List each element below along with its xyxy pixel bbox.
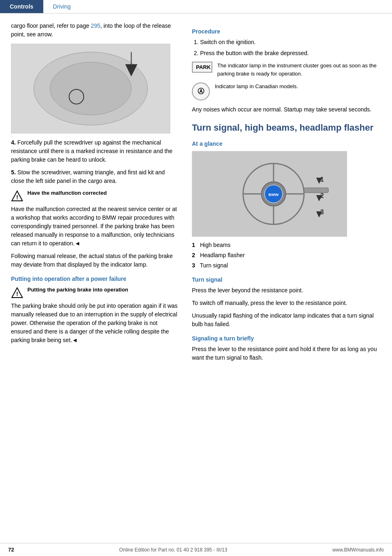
following-text: Following manual release, the actual sta… (11, 252, 180, 269)
page-number: 72 (8, 547, 14, 553)
park-indicator-box: PARK (192, 62, 212, 73)
intro-paragraph: cargo floor panel, refer to page 295, in… (11, 22, 180, 39)
circle-p-desc: Indicator lamp in Canadian models. (215, 82, 298, 91)
website: www.BMWmanuals.info (332, 547, 384, 553)
svg-point-2 (50, 62, 131, 115)
page-header: Controls Driving (0, 0, 392, 13)
warning1-body: Have the malfunction corrected at the ne… (11, 205, 180, 248)
turn-signal-text3: Unusually rapid flashing of the indicato… (192, 311, 384, 329)
any-noises-text: Any noises which occur are normal. Start… (192, 105, 384, 114)
header-driving-tab[interactable]: Driving (43, 0, 81, 13)
warning-triangle-icon: ! (11, 190, 23, 202)
procedure-steps: Switch on the ignition. Press the button… (200, 38, 384, 58)
main-content: cargo floor panel, refer to page 295, in… (0, 13, 392, 374)
warning-triangle-icon-2: ! (11, 287, 23, 299)
warning2-body: The parking brake should only be put int… (11, 302, 180, 345)
svg-text:BMW: BMW (269, 192, 279, 197)
step5: 5. Stow the screwdriver, warning triangl… (11, 168, 180, 185)
turn-signal-heading: Turn signal, high beams, headlamp flashe… (192, 122, 384, 134)
circle-p-indicator-row: Ⓐ Indicator lamp in Canadian models. (192, 82, 384, 100)
turn-signal-text2: To switch off manually, press the lever … (192, 299, 384, 307)
page-link-295[interactable]: 295 (91, 22, 100, 29)
list-item-2: 2 Headlamp flasher (192, 251, 384, 260)
signaling-text: Press the lever to the resistance point … (192, 345, 384, 362)
turn-signal-text1: Press the lever beyond the resistance po… (192, 286, 384, 295)
procedure-heading: Procedure (192, 28, 384, 35)
warning1-heading: Have the malfunction corrected (27, 189, 107, 197)
power-failure-heading: Putting into operation after a power fai… (11, 276, 180, 282)
list-item-1: 1 High beams (192, 241, 384, 249)
svg-text:!: ! (16, 291, 18, 297)
right-column: Procedure Switch on the ignition. Press … (188, 22, 392, 366)
warning2-heading: Putting the parking brake into operation (27, 286, 128, 294)
at-a-glance-list: 1 High beams 2 Headlamp flasher 3 Turn s… (192, 241, 384, 270)
svg-rect-17 (304, 188, 329, 193)
svg-text:!: ! (16, 194, 18, 200)
left-column: cargo floor panel, refer to page 295, in… (0, 22, 188, 366)
signaling-heading: Signaling a turn briefly (192, 335, 384, 342)
park-indicator-row: PARK The indicator lamp in the instrumen… (192, 62, 384, 78)
steering-wheel-image: 1 2 3 BMW (192, 151, 347, 237)
cargo-floor-image (11, 44, 170, 133)
circle-p-symbol: Ⓐ (198, 87, 204, 96)
cargo-image-svg (11, 44, 170, 133)
at-a-glance-heading: At a glance (192, 140, 384, 147)
page-footer: 72 Online Edition for Part no. 01 40 2 9… (0, 543, 392, 556)
turn-signal-subheading: Turn signal (192, 276, 384, 283)
park-indicator-desc: The indicator lamp in the instrument clu… (217, 62, 384, 78)
warning-block-2: ! Putting the parking brake into operati… (11, 286, 180, 299)
warning-block-1: ! Have the malfunction corrected (11, 189, 180, 202)
list-item-3: 3 Turn signal (192, 261, 384, 270)
header-controls-tab[interactable]: Controls (0, 0, 43, 13)
step1: Switch on the ignition. (200, 38, 384, 47)
online-edition: Online Edition for Part no. 01 40 2 918 … (119, 547, 227, 553)
steering-image-svg: 1 2 3 BMW (192, 151, 347, 237)
step2: Press the button with the brake depresse… (200, 49, 384, 58)
circle-p-indicator: Ⓐ (192, 82, 210, 100)
step4: 4. Forcefully pull the screwdriver up ag… (11, 138, 180, 164)
